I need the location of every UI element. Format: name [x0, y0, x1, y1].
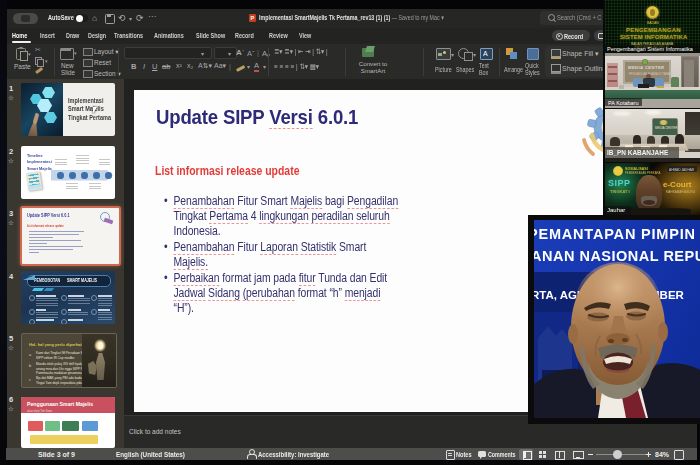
svg-text:ANAN NASIONAL REPU: ANAN NASIONAL REPU — [534, 248, 700, 264]
svg-text:PEMANTAPAN PIMPIN: PEMANTAPAN PIMPIN — [534, 226, 696, 242]
